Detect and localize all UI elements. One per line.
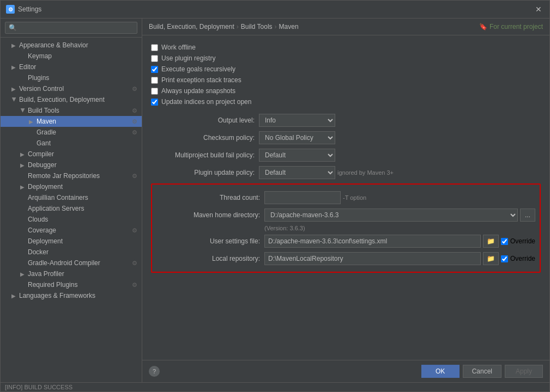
execute-goals-checkbox[interactable] — [151, 66, 158, 73]
settings-form: Output level: Info Checksum policy: No — [151, 112, 541, 273]
expand-arrow: ▶ — [11, 86, 17, 92]
right-panel: Build, Execution, Deployment › Build Too… — [142, 19, 549, 382]
plugin-update-label: Plugin update policy: — [151, 169, 255, 176]
local-repo-folder-btn[interactable]: 📁 — [483, 252, 499, 265]
gear-icon: ⚙ — [132, 173, 137, 180]
user-settings-override-checkbox[interactable] — [501, 238, 508, 245]
sidebar-item-clouds[interactable]: Clouds — [1, 214, 142, 225]
update-indices-row: Update indices on project open — [151, 96, 541, 107]
status-text: [INFO] BUILD SUCCESS — [5, 384, 72, 390]
sidebar-item-arquillian[interactable]: Arquillian Containers — [1, 192, 142, 203]
thread-count-input[interactable] — [264, 191, 341, 204]
version-note: (Version: 3.6.3) — [156, 224, 535, 232]
sidebar-item-compiler[interactable]: ▶ Compiler — [1, 149, 142, 160]
sidebar-item-gant[interactable]: Gant — [1, 138, 142, 149]
maven-home-browse-btn[interactable]: ... — [520, 209, 535, 222]
checksum-policy-control: No Global Policy — [259, 131, 541, 144]
always-update-row: Always update snapshots — [151, 85, 541, 96]
checksum-policy-row: Checksum policy: No Global Policy — [151, 129, 541, 146]
sidebar-item-label: Application Servers — [28, 205, 84, 212]
sidebar-item-label: Gant — [37, 139, 51, 147]
breadcrumb-sep2: › — [275, 23, 277, 30]
thread-count-note: -T option — [343, 194, 366, 201]
sidebar-item-debugger[interactable]: ▶ Debugger — [1, 160, 142, 170]
sidebar-item-build-tools[interactable]: ▶ Build Tools ⚙ — [1, 105, 142, 116]
user-settings-label: User settings file: — [156, 237, 260, 245]
output-level-row: Output level: Info — [151, 112, 541, 129]
gear-icon: ⚙ — [132, 85, 137, 93]
sidebar-item-label: Gradle-Android Compiler — [28, 259, 100, 267]
sidebar-item-required-plugins[interactable]: Required Plugins ⚙ — [1, 279, 142, 290]
always-update-checkbox[interactable] — [151, 88, 158, 95]
checksum-policy-select[interactable]: No Global Policy — [259, 131, 335, 144]
update-indices-checkbox[interactable] — [151, 99, 158, 106]
use-plugin-registry-checkbox[interactable] — [151, 55, 158, 62]
sidebar-item-label: Deployment — [28, 237, 63, 245]
sidebar-item-label: Docker — [28, 248, 49, 256]
breadcrumb-part1: Build, Execution, Deployment — [149, 23, 234, 30]
multiproject-row: Multiproject build fail policy: Default — [151, 146, 541, 164]
expand-arrow: ▶ — [11, 42, 17, 48]
breadcrumb-part2: Build Tools — [241, 23, 273, 30]
title-bar-left: ⚙ Settings — [6, 5, 41, 14]
breadcrumb-sep1: › — [237, 23, 239, 30]
work-offline-checkbox[interactable] — [151, 44, 158, 51]
thread-count-control: -T option — [264, 191, 535, 204]
local-repo-override-checkbox[interactable] — [501, 255, 508, 262]
update-indices-label: Update indices on project open — [161, 98, 251, 106]
plugin-update-note: ignored by Maven 3+ — [337, 169, 394, 176]
use-plugin-registry-label: Use plugin registry — [161, 54, 215, 62]
sidebar-item-label: Build, Execution, Deployment — [19, 96, 105, 103]
print-exception-label: Print exception stack traces — [161, 76, 241, 84]
breadcrumb-part3: Maven — [279, 23, 299, 30]
output-level-control: Info — [259, 114, 541, 127]
sidebar-item-gradle[interactable]: Gradle ⚙ — [1, 127, 142, 138]
user-settings-input[interactable] — [264, 235, 481, 248]
user-settings-row: User settings file: 📁 Override — [156, 232, 535, 250]
maven-home-select[interactable]: D:/apache-maven-3.6.3 — [264, 209, 518, 222]
gear-icon: ⚙ — [132, 118, 137, 125]
sidebar-item-docker[interactable]: Docker — [1, 247, 142, 258]
for-current-project: 🔖 For current project — [479, 23, 543, 30]
sidebar-item-app-servers[interactable]: Application Servers — [1, 203, 142, 214]
sidebar-item-build-exec[interactable]: ▶ Build, Execution, Deployment — [1, 94, 142, 105]
multiproject-select[interactable]: Default — [259, 149, 335, 162]
sidebar-item-version-control[interactable]: ▶ Version Control ⚙ — [1, 83, 142, 94]
sidebar-item-deployment2[interactable]: Deployment — [1, 236, 142, 247]
sidebar-item-editor[interactable]: ▶ Editor — [1, 62, 142, 72]
local-repo-input[interactable] — [264, 252, 481, 265]
local-repo-override: Override — [501, 255, 535, 262]
sidebar-item-coverage[interactable]: Coverage ⚙ — [1, 225, 142, 236]
help-button[interactable]: ? — [149, 366, 160, 377]
output-level-select[interactable]: Info — [259, 114, 335, 127]
sidebar-item-java-profiler[interactable]: ▶ Java Profiler — [1, 268, 142, 279]
print-exception-checkbox[interactable] — [151, 77, 158, 84]
user-settings-folder-btn[interactable]: 📁 — [483, 235, 499, 248]
expand-arrow: ▶ — [20, 184, 26, 190]
sidebar-item-label: Editor — [19, 63, 36, 71]
user-settings-override: Override — [501, 237, 535, 245]
sidebar-item-languages[interactable]: ▶ Languages & Frameworks — [1, 290, 142, 301]
cancel-button[interactable]: Cancel — [463, 365, 501, 378]
sidebar-item-gradle-android[interactable]: Gradle-Android Compiler ⚙ — [1, 258, 142, 268]
apply-button[interactable]: Apply — [505, 365, 543, 378]
sidebar-item-appearance[interactable]: ▶ Appearance & Behavior — [1, 40, 142, 51]
settings-dialog: ⚙ Settings ✕ ▶ Appearance & Behavior Key… — [0, 0, 550, 392]
search-input[interactable] — [5, 22, 137, 34]
local-repo-control: 📁 Override — [264, 252, 535, 265]
ok-button[interactable]: OK — [421, 365, 460, 378]
sidebar-item-label: Debugger — [28, 161, 57, 169]
thread-count-row: Thread count: -T option — [156, 189, 535, 206]
plugin-update-row: Plugin update policy: Default ignored by… — [151, 164, 541, 181]
tree-area: ▶ Appearance & Behavior Keymap ▶ Editor … — [1, 38, 142, 382]
close-button[interactable]: ✕ — [533, 4, 544, 15]
bottom-bar: ? OK Cancel Apply — [142, 360, 549, 382]
sidebar-item-maven[interactable]: ▶ Maven ⚙ — [1, 116, 142, 127]
breadcrumb-bar: Build, Execution, Deployment › Build Too… — [142, 19, 549, 35]
sidebar-item-keymap[interactable]: Keymap — [1, 51, 142, 62]
sidebar-item-plugins[interactable]: Plugins — [1, 72, 142, 83]
sidebar-item-deployment[interactable]: ▶ Deployment — [1, 181, 142, 192]
action-buttons: OK Cancel Apply — [421, 365, 543, 378]
plugin-update-select[interactable]: Default — [259, 166, 335, 179]
sidebar-item-remote-jar[interactable]: Remote Jar Repositories ⚙ — [1, 170, 142, 181]
